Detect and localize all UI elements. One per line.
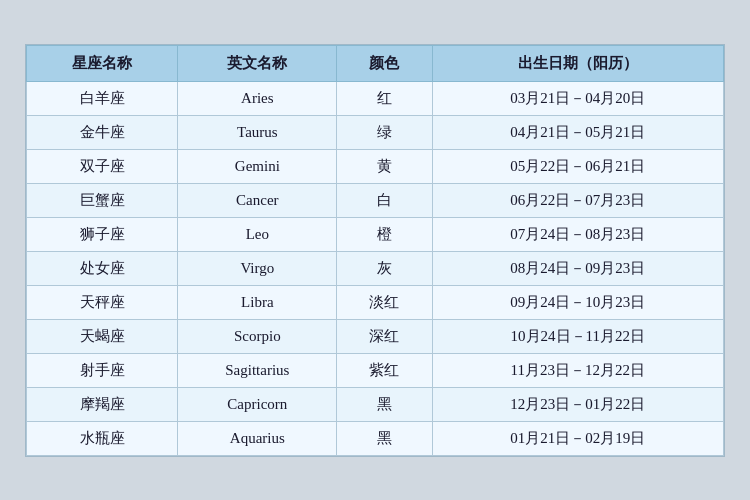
cell-chinese: 双子座	[27, 149, 178, 183]
cell-chinese: 白羊座	[27, 81, 178, 115]
cell-color: 橙	[337, 217, 432, 251]
cell-color: 黑	[337, 421, 432, 455]
table-header-row: 星座名称 英文名称 颜色 出生日期（阳历）	[27, 45, 724, 81]
cell-chinese: 天秤座	[27, 285, 178, 319]
cell-color: 灰	[337, 251, 432, 285]
cell-date: 12月23日－01月22日	[432, 387, 723, 421]
cell-date: 04月21日－05月21日	[432, 115, 723, 149]
table-row: 白羊座Aries红03月21日－04月20日	[27, 81, 724, 115]
cell-chinese: 巨蟹座	[27, 183, 178, 217]
cell-date: 08月24日－09月23日	[432, 251, 723, 285]
col-header-color: 颜色	[337, 45, 432, 81]
cell-color: 白	[337, 183, 432, 217]
table-row: 摩羯座Capricorn黑12月23日－01月22日	[27, 387, 724, 421]
table-row: 狮子座Leo橙07月24日－08月23日	[27, 217, 724, 251]
cell-english: Capricorn	[178, 387, 337, 421]
cell-color: 绿	[337, 115, 432, 149]
cell-english: Sagittarius	[178, 353, 337, 387]
table-row: 巨蟹座Cancer白06月22日－07月23日	[27, 183, 724, 217]
cell-english: Scorpio	[178, 319, 337, 353]
cell-english: Aries	[178, 81, 337, 115]
cell-chinese: 摩羯座	[27, 387, 178, 421]
table-row: 天蝎座Scorpio深红10月24日－11月22日	[27, 319, 724, 353]
cell-chinese: 金牛座	[27, 115, 178, 149]
cell-chinese: 天蝎座	[27, 319, 178, 353]
cell-chinese: 水瓶座	[27, 421, 178, 455]
cell-english: Cancer	[178, 183, 337, 217]
cell-color: 黑	[337, 387, 432, 421]
cell-english: Gemini	[178, 149, 337, 183]
cell-color: 红	[337, 81, 432, 115]
zodiac-table-container: 星座名称 英文名称 颜色 出生日期（阳历） 白羊座Aries红03月21日－04…	[25, 44, 725, 457]
cell-color: 紫红	[337, 353, 432, 387]
table-row: 处女座Virgo灰08月24日－09月23日	[27, 251, 724, 285]
cell-english: Virgo	[178, 251, 337, 285]
cell-chinese: 处女座	[27, 251, 178, 285]
cell-english: Taurus	[178, 115, 337, 149]
cell-chinese: 射手座	[27, 353, 178, 387]
zodiac-table: 星座名称 英文名称 颜色 出生日期（阳历） 白羊座Aries红03月21日－04…	[26, 45, 724, 456]
cell-date: 10月24日－11月22日	[432, 319, 723, 353]
col-header-english: 英文名称	[178, 45, 337, 81]
cell-date: 05月22日－06月21日	[432, 149, 723, 183]
cell-date: 07月24日－08月23日	[432, 217, 723, 251]
cell-date: 01月21日－02月19日	[432, 421, 723, 455]
cell-color: 黄	[337, 149, 432, 183]
cell-english: Leo	[178, 217, 337, 251]
cell-english: Aquarius	[178, 421, 337, 455]
table-row: 天秤座Libra淡红09月24日－10月23日	[27, 285, 724, 319]
table-row: 金牛座Taurus绿04月21日－05月21日	[27, 115, 724, 149]
cell-english: Libra	[178, 285, 337, 319]
cell-date: 03月21日－04月20日	[432, 81, 723, 115]
table-row: 双子座Gemini黄05月22日－06月21日	[27, 149, 724, 183]
cell-date: 06月22日－07月23日	[432, 183, 723, 217]
table-row: 射手座Sagittarius紫红11月23日－12月22日	[27, 353, 724, 387]
table-row: 水瓶座Aquarius黑01月21日－02月19日	[27, 421, 724, 455]
col-header-chinese: 星座名称	[27, 45, 178, 81]
cell-color: 淡红	[337, 285, 432, 319]
cell-date: 11月23日－12月22日	[432, 353, 723, 387]
cell-color: 深红	[337, 319, 432, 353]
col-header-date: 出生日期（阳历）	[432, 45, 723, 81]
cell-date: 09月24日－10月23日	[432, 285, 723, 319]
cell-chinese: 狮子座	[27, 217, 178, 251]
